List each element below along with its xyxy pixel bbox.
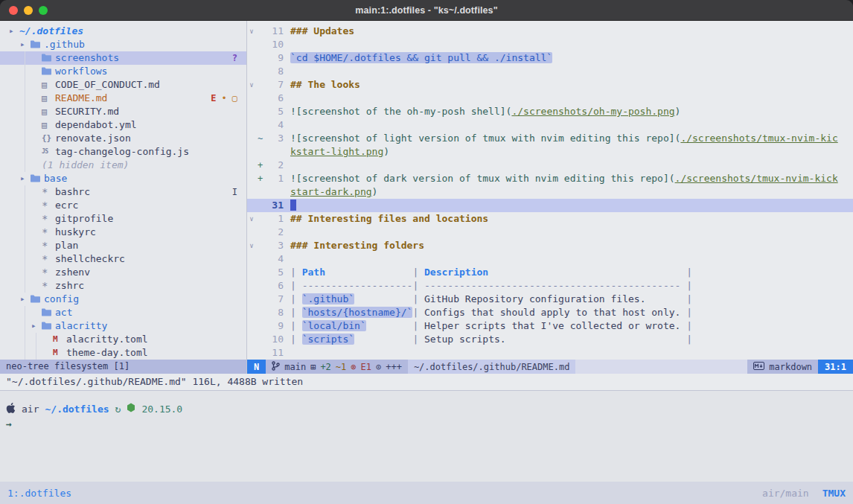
editor-line[interactable]: ∨7## The looks: [247, 78, 853, 92]
line-number: 8: [264, 306, 290, 319]
fold-icon[interactable]: ∨: [247, 212, 256, 226]
editor-line[interactable]: 6| -------------------| ----------------…: [247, 279, 853, 293]
indent-guide: [9, 78, 20, 92]
tree-item-dotfiles[interactable]: ▸~/.dotfiles: [0, 25, 246, 38]
expander-icon[interactable]: ▸: [20, 172, 31, 185]
badge-q: ?: [232, 51, 237, 65]
editor-line[interactable]: 10| `scripts` | Setup scripts. |: [247, 333, 853, 346]
neo-tree-panel: ▸~/.dotfiles▸.githubscreenshots?workflow…: [0, 21, 246, 374]
tree-item-label: alacritty: [55, 319, 107, 333]
tree-item-readme-md[interactable]: ▤README.mdE•▢: [0, 92, 246, 105]
editor-line[interactable]: 6: [247, 92, 853, 105]
tree-item-label: .github: [44, 38, 85, 51]
editor-line[interactable]: 31: [247, 199, 853, 212]
close-button[interactable]: [9, 6, 18, 15]
fold-icon[interactable]: ∨: [247, 25, 256, 38]
expander-icon[interactable]: ▸: [9, 25, 19, 38]
indent-guide: [9, 226, 20, 239]
tree-item-label: workflows: [55, 65, 107, 78]
indent-guide: [9, 293, 20, 306]
tree-item-screenshots[interactable]: screenshots?: [0, 51, 246, 65]
config-icon: *: [42, 239, 55, 252]
line-number: 7: [264, 293, 290, 306]
editor-line[interactable]: 10: [247, 38, 853, 51]
tree-item-label: alacritty.toml: [66, 333, 148, 346]
editor-line[interactable]: kstart-light.png): [247, 145, 853, 159]
tree-item-alacritty-toml[interactable]: Malacritty.toml: [0, 333, 246, 346]
tree-item-alacritty[interactable]: ▸alacritty: [0, 319, 246, 333]
editor-line[interactable]: ∨1## Interesting files and locations: [247, 212, 853, 226]
tree-item-zshenv[interactable]: *zshenv: [0, 266, 246, 279]
tmux-pane-shell[interactable]: air ~/.dotfiles ↻ 20.15.0 →: [0, 390, 853, 482]
git-branch-icon: [272, 361, 280, 373]
editor-line[interactable]: 2: [247, 226, 853, 239]
indent-guide: [9, 159, 20, 172]
tree-item-huskyrc[interactable]: *huskyrc: [0, 226, 246, 239]
editor-line[interactable]: 5| Path | Description |: [247, 266, 853, 279]
editor-line[interactable]: 4: [247, 118, 853, 132]
diff-added: +2: [320, 362, 330, 372]
tree-item-ecrc[interactable]: *ecrc: [0, 199, 246, 212]
tmux-window-label[interactable]: 1:.dotfiles: [7, 488, 71, 499]
line-text: `cd $HOME/.dotfiles && git pull && ./ins…: [290, 51, 552, 65]
editor-line[interactable]: 9`cd $HOME/.dotfiles && git pull && ./in…: [247, 51, 853, 65]
editor-line[interactable]: +2: [247, 159, 853, 172]
editor-line[interactable]: 4: [247, 252, 853, 266]
expander-icon[interactable]: ▸: [31, 319, 42, 333]
line-text: ### Updates: [290, 25, 354, 38]
neo-tree-statusline: neo-tree filesystem [1]: [0, 360, 246, 374]
indent-guide: [20, 212, 31, 226]
indent-guide: [9, 105, 20, 118]
tree-item-act[interactable]: act: [0, 306, 246, 319]
tree-item-shellcheckrc[interactable]: *shellcheckrc: [0, 252, 246, 266]
indent-guide: [20, 78, 31, 92]
minimize-button[interactable]: [24, 6, 33, 15]
prompt-hostname: air: [22, 403, 39, 415]
branch-name: main: [284, 362, 306, 372]
shell-prompt: air ~/.dotfiles ↻ 20.15.0: [6, 401, 847, 416]
editor-line[interactable]: 8| `hosts/{hostname}/`| Configs that sho…: [247, 306, 853, 319]
editor-line[interactable]: 11: [247, 346, 853, 360]
tmux-statusbar: 1:.dotfiles air/main TMUX: [0, 482, 853, 504]
line-text: ## Interesting files and locations: [290, 212, 488, 226]
fold-icon[interactable]: ∨: [247, 239, 256, 252]
editor-line[interactable]: 8: [247, 65, 853, 78]
tree-item-workflows[interactable]: workflows: [0, 65, 246, 78]
tree-item-renovate-json[interactable]: {}renovate.json: [0, 132, 246, 145]
zoom-button[interactable]: [39, 6, 48, 15]
tree-item-label: base: [44, 172, 67, 185]
editor-buffer[interactable]: ∨11### Updates109`cd $HOME/.dotfiles && …: [247, 21, 853, 360]
error-count: E1: [361, 362, 371, 372]
tree-item-theme-day-toml[interactable]: Mtheme-day.toml: [0, 346, 246, 360]
fold-icon[interactable]: ∨: [247, 78, 256, 92]
tree-item-github[interactable]: ▸.github: [0, 38, 246, 51]
badge-warn: •: [222, 92, 227, 105]
tree-item-gitprofile[interactable]: *gitprofile: [0, 212, 246, 226]
editor-line[interactable]: +1![screenshot of dark version of tmux w…: [247, 172, 853, 185]
titlebar[interactable]: main:1:.dotfiles - "ks~/.dotfiles": [0, 0, 853, 21]
editor-line[interactable]: start-dark.png): [247, 185, 853, 199]
tree-item-plan[interactable]: *plan: [0, 239, 246, 252]
tree-item-1-hidden-item[interactable]: (1 hidden item): [0, 159, 246, 172]
editor-line[interactable]: 9| `local/bin` | Helper scripts that I'v…: [247, 319, 853, 333]
expander-icon[interactable]: ▸: [20, 38, 31, 51]
badge-warn: ▢: [232, 92, 237, 105]
tree-item-base[interactable]: ▸base: [0, 172, 246, 185]
indent-guide: [20, 145, 31, 159]
tree-item-tag-changelog-config-js[interactable]: JStag-changelog-config.js: [0, 145, 246, 159]
tree-item-dependabot-yml[interactable]: ▤dependabot.yml: [0, 118, 246, 132]
expander-icon[interactable]: ▸: [20, 293, 31, 306]
indent-guide: [9, 279, 20, 293]
editor-line[interactable]: ∨11### Updates: [247, 25, 853, 38]
tree-item-config[interactable]: ▸config: [0, 293, 246, 306]
editor-line[interactable]: 7| `.github` | GitHub Repository configu…: [247, 293, 853, 306]
tree-item-security-md[interactable]: ▤SECURITY.md: [0, 105, 246, 118]
tree-item-code-of-conduct-md[interactable]: ▤CODE_OF_CONDUCT.md: [0, 78, 246, 92]
editor-line[interactable]: ~3![screenshot of light version of tmux …: [247, 132, 853, 145]
editor-line[interactable]: 5![screenshot of the oh-my-posh shell](.…: [247, 105, 853, 118]
statusline-filepath: ~/.dotfiles/.github/README.md: [408, 360, 576, 374]
tree-item-zshrc[interactable]: *zshrc: [0, 279, 246, 293]
tree-item-bashrc[interactable]: *bashrcI: [0, 185, 246, 199]
line-text: ![screenshot of the oh-my-posh shell](./…: [290, 105, 680, 118]
editor-line[interactable]: ∨3### Interesting folders: [247, 239, 853, 252]
